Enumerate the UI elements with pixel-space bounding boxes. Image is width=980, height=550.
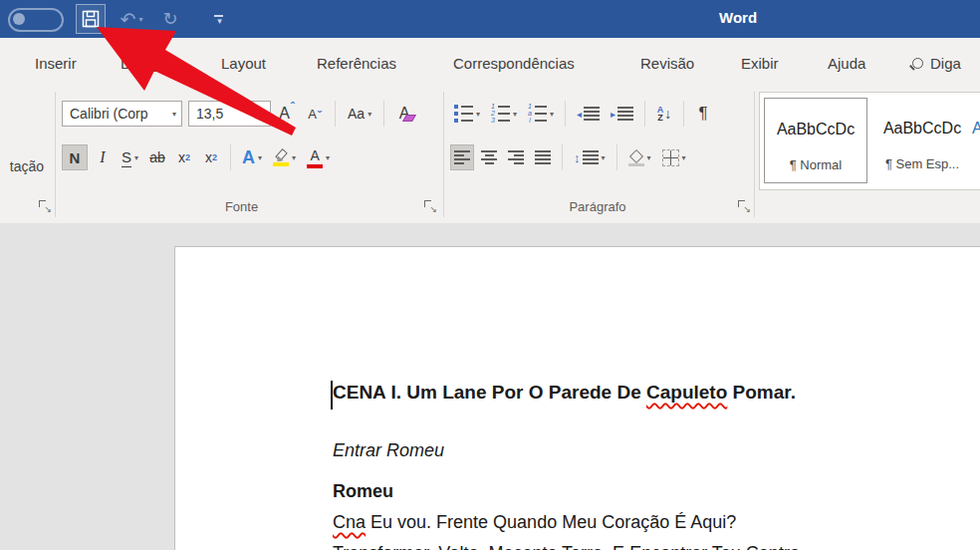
paragraph-dialog-launcher[interactable]: ↘: [737, 199, 750, 212]
font-group-label: Fonte: [55, 199, 428, 214]
chevron-down-icon: ▾: [138, 15, 142, 24]
style-name: ¶ Sem Esp...: [871, 156, 973, 171]
ribbon: tação ↘ Calibri (Corp ▾ 13,5 ▾ Aˆ Aˇ Aa▾…: [0, 88, 980, 224]
spellcheck-squiggle: Cna: [333, 512, 366, 532]
change-case-button[interactable]: Aa▾: [344, 101, 375, 127]
spellcheck-squiggle: Capuleto: [646, 382, 727, 403]
highlighter-pen-icon: [274, 149, 288, 161]
bold-button[interactable]: N: [62, 144, 88, 170]
search-icon: [912, 58, 923, 69]
autosave-toggle[interactable]: [8, 8, 64, 32]
chevron-down-icon: ▾: [261, 110, 265, 119]
text-effects-button[interactable]: A▾: [238, 144, 266, 170]
increase-indent-button[interactable]: ▸: [607, 101, 637, 127]
arrow-se-icon: ↘: [429, 205, 437, 214]
eraser-icon: [402, 115, 416, 122]
bullets-button[interactable]: ▾: [450, 101, 484, 127]
tab-correspondencias[interactable]: Correspondências: [453, 38, 575, 88]
italic-button[interactable]: I: [91, 144, 115, 170]
justify-icon: [535, 150, 551, 164]
separator: [335, 101, 336, 127]
chevron-down-icon: ▾: [513, 110, 517, 119]
paint-bucket-icon: [628, 151, 644, 163]
font-name-value: Calibri (Corp: [70, 106, 148, 122]
decrease-indent-button[interactable]: ◂: [573, 101, 604, 127]
borders-button[interactable]: ▾: [658, 144, 690, 170]
tab-referencias[interactable]: Referências: [317, 38, 396, 88]
sort-button[interactable]: AZ ↓: [652, 101, 676, 127]
ribbon-tab-row: Inserir Design Layout Referências Corres…: [0, 38, 980, 88]
show-paragraph-marks-button[interactable]: ¶: [691, 101, 715, 127]
save-icon: [81, 9, 101, 29]
separator: [565, 101, 566, 127]
arrow-down-icon: ↓: [664, 106, 671, 122]
shading-button[interactable]: ▾: [624, 144, 655, 170]
font-name-combobox[interactable]: Calibri (Corp ▾: [62, 101, 182, 127]
style-sem-espacamento[interactable]: AaBbCcDc ¶ Sem Esp...: [871, 98, 973, 181]
font-size-combobox[interactable]: 13,5 ▾: [188, 101, 271, 127]
align-right-button[interactable]: [504, 144, 528, 170]
arrow-se-icon: ↘: [743, 205, 751, 214]
underline-button[interactable]: S▾: [118, 144, 142, 170]
redo-icon: ↻: [162, 8, 177, 30]
multilevel-list-icon: 1 a i: [528, 105, 547, 123]
font-dialog-launcher[interactable]: ↘: [423, 199, 436, 212]
tab-ajuda[interactable]: Ajuda: [828, 38, 865, 88]
tab-revisao[interactable]: Revisão: [640, 38, 694, 88]
undo-icon: ↶: [121, 8, 136, 31]
group-separator: [754, 92, 755, 217]
align-left-button[interactable]: [450, 144, 474, 170]
chevron-down-icon: ▾: [602, 153, 606, 162]
undo-button[interactable]: ↶▾: [112, 4, 151, 34]
align-center-button[interactable]: [477, 144, 501, 170]
borders-icon: [662, 149, 679, 166]
bullet-list-icon: [454, 105, 473, 123]
titlebar: ↶▾ ↻ ▾ Word: [0, 0, 980, 38]
toggle-knob: [13, 13, 25, 25]
chevron-down-icon: ▾: [217, 18, 222, 24]
tab-exibir[interactable]: Exibir: [741, 38, 779, 88]
clear-formatting-button[interactable]: A: [392, 101, 416, 127]
chevron-down-icon: ▾: [476, 110, 480, 119]
align-center-icon: [481, 150, 497, 164]
multilevel-list-button[interactable]: 1 a i ▾: [524, 101, 558, 127]
font-color-button[interactable]: A▾: [303, 144, 334, 170]
line-spacing-button[interactable]: ↕ ▾: [570, 144, 610, 170]
heading-line: CENA I. Um Lane Por O Parede De Capuleto…: [333, 382, 796, 404]
word-window: ↶▾ ↻ ▾ Word Inserir Design Layout Referê…: [0, 0, 980, 550]
chevron-down-icon: ▾: [647, 153, 651, 162]
clipboard-dialog-launcher[interactable]: ↘: [38, 199, 51, 212]
save-button[interactable]: [76, 4, 106, 34]
separator: [562, 144, 563, 170]
tab-design[interactable]: Design: [121, 38, 167, 88]
font-group-row1: Calibri (Corp ▾ 13,5 ▾ Aˆ Aˇ Aa▾ A: [62, 100, 416, 128]
font-color-swatch: [307, 164, 323, 168]
grow-font-button[interactable]: Aˆ: [275, 101, 299, 127]
search-label: Diga: [930, 55, 961, 72]
arrow-se-icon: ↘: [44, 205, 52, 214]
increase-indent-icon: ▸: [611, 107, 633, 121]
sort-icon: AZ ↓: [657, 106, 672, 122]
tab-inserir[interactable]: Inserir: [35, 38, 77, 88]
align-left-icon: [454, 150, 470, 164]
style-normal[interactable]: AaBbCcDc ¶ Normal: [764, 98, 867, 183]
style-preview: AaBbCcDc: [871, 120, 973, 138]
justify-button[interactable]: [531, 144, 555, 170]
subscript-button[interactable]: x2: [172, 144, 196, 170]
line-spacing-icon: ↕: [574, 150, 599, 165]
strikethrough-button[interactable]: ab: [145, 144, 169, 170]
numbering-button[interactable]: 1 2 3 ▾: [487, 101, 521, 127]
highlight-color-button[interactable]: ▾: [269, 144, 300, 170]
separator: [644, 101, 645, 127]
chevron-down-icon: ▾: [550, 110, 554, 119]
tell-me-search[interactable]: Diga: [912, 38, 961, 88]
superscript-button[interactable]: x2: [199, 144, 223, 170]
styles-gallery: AaBbCcDc ¶ Normal AaBbCcDc ¶ Sem Esp... …: [759, 92, 980, 190]
redo-button[interactable]: ↻: [155, 4, 185, 34]
separator: [230, 144, 231, 170]
document-page[interactable]: CENA I. Um Lane Por O Parede De Capuleto…: [174, 246, 980, 550]
tab-layout[interactable]: Layout: [221, 38, 266, 88]
shrink-font-button[interactable]: Aˇ: [303, 101, 327, 127]
customize-qat-button[interactable]: ▾: [207, 4, 229, 34]
app-title: Word: [719, 9, 757, 26]
